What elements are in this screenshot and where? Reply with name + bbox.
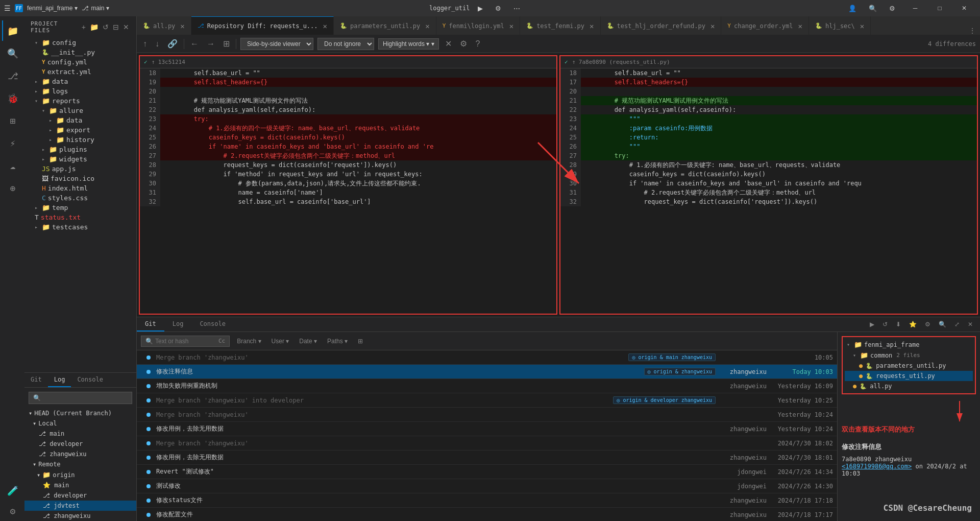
tab-change-order[interactable]: Y change_order.yml ✕ bbox=[721, 16, 809, 35]
tree-folder-temp[interactable]: ▸ 📁 temp bbox=[24, 203, 136, 212]
tree-folder-logs[interactable]: ▸ 📁 logs bbox=[24, 86, 136, 96]
tab-close-btn[interactable]: ✕ bbox=[798, 22, 802, 30]
commit-row[interactable]: 修改用例，去除无用数据 zhangweixu 2024/7/30 18:01 bbox=[137, 451, 837, 465]
close-btn[interactable]: ✕ bbox=[952, 0, 976, 16]
git-branch-main[interactable]: ⎇ main bbox=[24, 429, 136, 439]
view-mode-select[interactable]: Side-by-side viewer bbox=[240, 38, 313, 50]
more-btn[interactable]: ⋯ bbox=[509, 3, 524, 14]
commit-row[interactable]: 修改用例，去除无用数据 zhangweixu Yesterday 10:24 bbox=[137, 422, 837, 436]
git-tab-log[interactable]: Log bbox=[48, 373, 71, 387]
more-tabs-btn[interactable]: ⋮ bbox=[965, 27, 980, 35]
tab-login-yml[interactable]: Y fenmi\login.yml ✕ bbox=[436, 16, 520, 35]
tab-hlj-sec[interactable]: 🐍 hlj_sec\ ✕ bbox=[809, 16, 871, 35]
tab-close-btn[interactable]: ✕ bbox=[710, 22, 715, 30]
new-folder-btn[interactable]: 📁 bbox=[89, 22, 100, 32]
git-branch-zhangweixu[interactable]: ⎇ zhangweixu bbox=[24, 449, 136, 459]
prev-diff-btn[interactable]: ↑ bbox=[141, 38, 149, 50]
branch-filter-btn[interactable]: Branch ▾ bbox=[234, 337, 264, 346]
commit-row[interactable]: 测试修改 jdongwei 2024/7/26 14:30 bbox=[137, 479, 837, 493]
tree-file-index[interactable]: H index.html bbox=[24, 183, 136, 193]
git-origin-main[interactable]: ⭐ main bbox=[24, 480, 136, 490]
new-file-btn[interactable]: + bbox=[81, 22, 87, 32]
search-log-btn[interactable]: 🔍 bbox=[936, 320, 949, 329]
tab-repo-diff[interactable]: ⎇ Repository Diff: requests_u... ✕ bbox=[191, 16, 334, 35]
tab-close-btn[interactable]: ✕ bbox=[860, 22, 864, 30]
bottom-tab-log[interactable]: Log bbox=[164, 317, 192, 331]
git-origin-item[interactable]: ▾ 📁 origin bbox=[24, 469, 136, 480]
hamburger-icon[interactable]: ☰ bbox=[4, 4, 11, 12]
tab-test-fenmi[interactable]: 🐍 test_fenmi.py ✕ bbox=[520, 16, 600, 35]
project-name-btn[interactable]: fenmi_api_frame ▾ bbox=[27, 5, 78, 12]
close-log-btn[interactable]: ✕ bbox=[965, 320, 976, 329]
tree-file-status[interactable]: T status.txt bbox=[24, 212, 136, 222]
next-change-btn[interactable]: → bbox=[205, 38, 217, 50]
detail-file-requests[interactable]: ● 🐍 requests_util.py bbox=[845, 371, 973, 381]
prev-change-btn[interactable]: ← bbox=[188, 38, 201, 50]
commit-row[interactable]: 增加失败用例重跑机制 zhangweixu Yesterday 16:09 bbox=[137, 379, 837, 393]
tree-folder-widgets[interactable]: ▸ 📁 widgets bbox=[24, 154, 136, 164]
git-branch-developer[interactable]: ⎇ developer bbox=[24, 439, 136, 449]
settings-log-btn[interactable]: ⚙ bbox=[922, 320, 934, 329]
tree-file-favicon[interactable]: 🖼 favicon.ico bbox=[24, 174, 136, 183]
maximize-btn[interactable]: □ bbox=[928, 0, 951, 16]
run-btn[interactable]: ▶ bbox=[474, 3, 487, 14]
profile-btn[interactable]: 👤 bbox=[844, 3, 861, 14]
explorer-icon[interactable]: 📁 bbox=[2, 20, 22, 41]
tree-folder-allure-data[interactable]: ▸ 📁 data bbox=[24, 115, 136, 125]
commit-row[interactable]: Merge branch 'zhangweixu' Yesterday 10:2… bbox=[137, 408, 837, 422]
detail-file-all[interactable]: ● 🐍 all.py bbox=[845, 381, 973, 391]
expand-log-btn[interactable]: ⊞ bbox=[355, 337, 366, 346]
tree-file-extract-yml[interactable]: Y extract.yml bbox=[24, 67, 136, 77]
tree-file-config-yml[interactable]: Y config.yml bbox=[24, 57, 136, 67]
tree-file-appjs[interactable]: JS app.js bbox=[24, 164, 136, 174]
branch-btn[interactable]: ⎇ main ▾ bbox=[82, 5, 109, 12]
commit-row[interactable]: Revert "测试修改" jdongwei 2024/7/26 14:34 bbox=[137, 465, 837, 479]
tab-close-btn[interactable]: ✕ bbox=[509, 22, 513, 30]
tree-folder-testcases[interactable]: ▸ 📁 testcases bbox=[24, 222, 136, 232]
tree-folder-export[interactable]: ▸ 📁 export bbox=[24, 125, 136, 135]
tab-close-btn[interactable]: ✕ bbox=[323, 22, 327, 30]
tree-folder-allure[interactable]: ▾ 📁 allure bbox=[24, 106, 136, 115]
author-email-link[interactable]: <1689719986@qq.com> bbox=[842, 463, 912, 470]
tree-folder-history[interactable]: ▸ 📁 history bbox=[24, 135, 136, 145]
tab-close-btn[interactable]: ✕ bbox=[180, 22, 184, 30]
star-btn[interactable]: ⭐ bbox=[906, 320, 920, 329]
git-tab-git[interactable]: Git bbox=[24, 373, 48, 387]
tree-folder-data[interactable]: ▸ 📁 data bbox=[24, 77, 136, 86]
test-icon[interactable]: 🧪 bbox=[2, 480, 22, 501]
tab-close-btn[interactable]: ✕ bbox=[425, 22, 429, 30]
commit-row[interactable]: 修改配置文件 zhangweixu 2024/7/18 17:17 bbox=[137, 508, 837, 521]
commit-row[interactable]: Merge branch 'zhangweixu' into developer… bbox=[137, 393, 837, 408]
refresh-log-btn[interactable]: ▶ bbox=[867, 320, 877, 329]
bottom-tab-git[interactable]: Git bbox=[137, 317, 164, 331]
git-head-item[interactable]: ▾ HEAD (Current Branch) bbox=[24, 408, 136, 418]
tab-parameters[interactable]: 🐍 parameters_until.py ✕ bbox=[334, 16, 436, 35]
ignore-select[interactable]: Do not ignore bbox=[317, 38, 374, 50]
debug-icon[interactable]: 🐞 bbox=[2, 88, 22, 108]
tree-file-init[interactable]: 🐍 __init__.py bbox=[24, 48, 136, 57]
git-tab-console[interactable]: Console bbox=[71, 373, 109, 387]
fetch-btn[interactable]: ⬇ bbox=[893, 320, 904, 329]
link-diff-btn[interactable]: 🔗 bbox=[165, 38, 180, 50]
search-btn[interactable]: 🔍 bbox=[865, 3, 881, 14]
tab-close-btn[interactable]: ✕ bbox=[590, 22, 594, 30]
close-diff-btn[interactable]: ✕ bbox=[443, 38, 454, 50]
git-icon[interactable]: ⎇ bbox=[2, 65, 22, 86]
diff-help-btn[interactable]: ? bbox=[473, 38, 482, 50]
git-log-search-input[interactable] bbox=[155, 338, 216, 345]
tab-all-py[interactable]: 🐍 all.py ✕ bbox=[137, 16, 191, 35]
search-icon[interactable]: 🔍 bbox=[2, 43, 22, 63]
tab-test-hlj[interactable]: 🐍 test_hlj_order_refund.py ✕ bbox=[601, 16, 722, 35]
settings-btn[interactable]: ⚙ bbox=[885, 3, 899, 14]
git-search-input[interactable] bbox=[29, 392, 132, 404]
git-local-item[interactable]: ▾ Local bbox=[24, 418, 136, 429]
sync-btn[interactable]: ⊞ bbox=[221, 38, 232, 50]
extensions-icon[interactable]: ⊞ bbox=[2, 110, 22, 131]
tree-folder-plugins[interactable]: ▸ 📁 plugins bbox=[24, 145, 136, 154]
git-origin-developer[interactable]: ⎇ developer bbox=[24, 490, 136, 501]
git-remote-item[interactable]: ▾ Remote bbox=[24, 459, 136, 469]
git-origin-zhangweixu[interactable]: ⎇ zhangweixu bbox=[24, 511, 136, 521]
commit-row[interactable]: Merge branch 'zhangweixu' ◎ origin & mai… bbox=[137, 350, 837, 365]
commit-row[interactable]: Merge branch 'zhangweixu' 2024/7/30 18:0… bbox=[137, 436, 837, 451]
user-filter-btn[interactable]: User ▾ bbox=[268, 337, 292, 346]
